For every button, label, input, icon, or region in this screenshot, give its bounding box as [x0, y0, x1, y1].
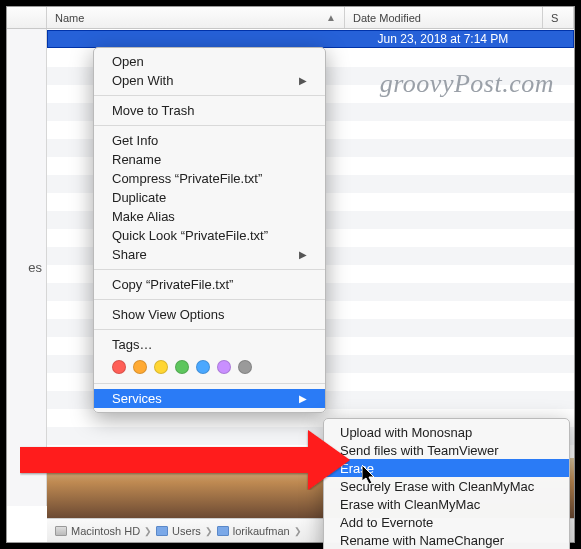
- menu-separator: [94, 95, 325, 96]
- menu-tags[interactable]: Tags…: [94, 335, 325, 354]
- menu-separator: [94, 329, 325, 330]
- column-header-date-label: Date Modified: [353, 12, 421, 24]
- tag-dot-green[interactable]: [175, 360, 189, 374]
- menu-compress[interactable]: Compress “PrivateFile.txt”: [94, 169, 325, 188]
- menu-make-alias[interactable]: Make Alias: [94, 207, 325, 226]
- column-header-row: Name ▲ Date Modified S: [7, 7, 574, 29]
- menu-copy[interactable]: Copy “PrivateFile.txt”: [94, 275, 325, 294]
- sort-ascending-icon: ▲: [326, 12, 336, 23]
- menu-get-info[interactable]: Get Info: [94, 131, 325, 150]
- chevron-right-icon: ▶: [299, 75, 307, 86]
- folder-icon: [217, 526, 229, 536]
- services-submenu[interactable]: Upload with MonosnapSend files with Team…: [323, 418, 570, 549]
- submenu-item[interactable]: Erase: [324, 459, 569, 477]
- chevron-right-icon: ▶: [299, 393, 307, 404]
- column-header-s-label: S: [551, 12, 558, 24]
- menu-quick-look[interactable]: Quick Look “PrivateFile.txt”: [94, 226, 325, 245]
- menu-separator: [94, 299, 325, 300]
- tag-dot-yellow[interactable]: [154, 360, 168, 374]
- menu-open-with[interactable]: Open With▶: [94, 71, 325, 90]
- context-menu[interactable]: Open Open With▶ Move to Trash Get Info R…: [93, 47, 326, 413]
- menu-rename[interactable]: Rename: [94, 150, 325, 169]
- tag-dot-orange[interactable]: [133, 360, 147, 374]
- sidebar-glimpse: es: [7, 29, 47, 506]
- chevron-right-icon: ❯: [205, 526, 213, 536]
- tag-dot-purple[interactable]: [217, 360, 231, 374]
- column-header-s[interactable]: S: [543, 7, 574, 28]
- menu-tags-row: [94, 354, 325, 378]
- submenu-item[interactable]: Add to Evernote: [324, 513, 569, 531]
- chevron-right-icon: ❯: [144, 526, 152, 536]
- file-date-cell: Jun 23, 2018 at 7:14 PM: [343, 32, 543, 46]
- menu-separator: [94, 383, 325, 384]
- path-segment-users[interactable]: Users: [172, 525, 201, 537]
- path-segment-user[interactable]: lorikaufman: [233, 525, 290, 537]
- harddrive-icon: [55, 526, 67, 536]
- menu-services[interactable]: Services▶: [94, 389, 325, 408]
- tag-dot-blue[interactable]: [196, 360, 210, 374]
- menu-move-to-trash[interactable]: Move to Trash: [94, 101, 325, 120]
- column-header-date[interactable]: Date Modified: [345, 7, 543, 28]
- chevron-right-icon: ❯: [294, 526, 302, 536]
- submenu-item[interactable]: Send files with TeamViewer: [324, 441, 569, 459]
- path-segment-root[interactable]: Macintosh HD: [71, 525, 140, 537]
- menu-share[interactable]: Share▶: [94, 245, 325, 264]
- tag-dot-red[interactable]: [112, 360, 126, 374]
- submenu-item[interactable]: Securely Erase with CleanMyMac: [324, 477, 569, 495]
- submenu-item[interactable]: Upload with Monosnap: [324, 423, 569, 441]
- folder-icon: [156, 526, 168, 536]
- menu-duplicate[interactable]: Duplicate: [94, 188, 325, 207]
- finder-window: Name ▲ Date Modified S es Jun 23, 2018 a…: [6, 6, 575, 543]
- column-header-name-label: Name: [55, 12, 84, 24]
- menu-separator: [94, 125, 325, 126]
- submenu-item[interactable]: Erase with CleanMyMac: [324, 495, 569, 513]
- menu-separator: [94, 269, 325, 270]
- column-header-name[interactable]: Name ▲: [47, 7, 345, 28]
- file-row-selected[interactable]: Jun 23, 2018 at 7:14 PM: [47, 30, 574, 48]
- chevron-right-icon: ▶: [299, 249, 307, 260]
- menu-open[interactable]: Open: [94, 52, 325, 71]
- submenu-item[interactable]: Rename with NameChanger: [324, 531, 569, 549]
- menu-view-options[interactable]: Show View Options: [94, 305, 325, 324]
- tag-dot-gray[interactable]: [238, 360, 252, 374]
